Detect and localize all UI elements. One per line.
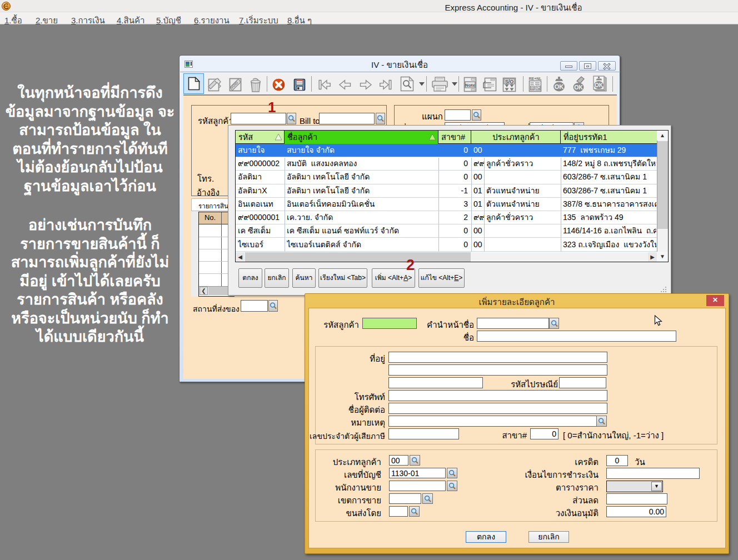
- svg-text:S/O: S/O: [505, 79, 514, 84]
- svg-text:OK: OK: [555, 83, 564, 90]
- svg-text:7a: 7a: [536, 87, 540, 90]
- svg-text:Note: Note: [465, 83, 475, 88]
- svg-text:32: 32: [531, 87, 534, 90]
- svg-text:OK: OK: [574, 84, 583, 91]
- svg-text:OK: OK: [595, 82, 604, 88]
- svg-text:RE+NL: RE+NL: [528, 77, 542, 81]
